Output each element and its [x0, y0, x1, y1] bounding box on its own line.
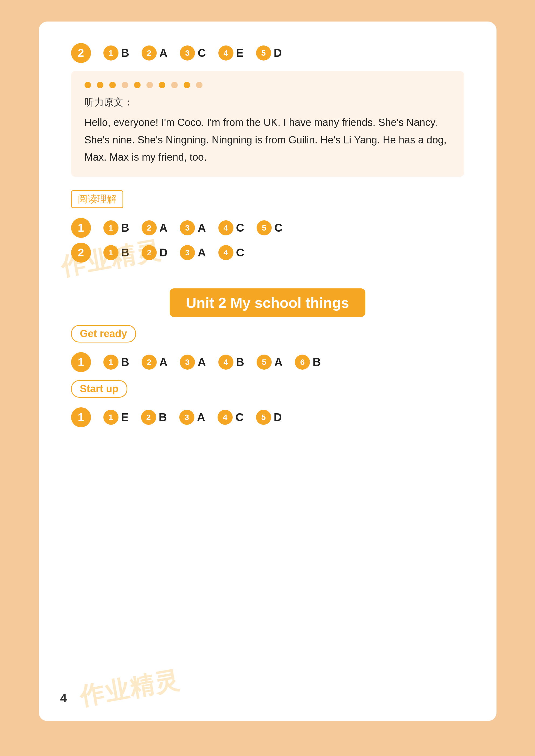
- page-card: 作业精灵 2 1 B 2 A 3 C 4 E 5 D: [39, 21, 496, 721]
- watermark-bottom: 作业精灵: [77, 663, 182, 713]
- dot-5: [134, 82, 141, 88]
- listening-box: 听力原文： Hello, everyone! I'm Coco. I'm fro…: [71, 71, 464, 177]
- section2-outer: 2: [71, 43, 91, 63]
- reading-section: 阅读理解 1 1 B 2 A 3 A 4 C 5: [71, 190, 464, 262]
- gr1-sub3-letter: A: [198, 356, 206, 368]
- rg1-sub1-letter: B: [121, 221, 129, 234]
- get-ready-section: Get ready 1 1 B 2 A 3 A 4 B 5: [71, 325, 464, 372]
- s2-item-3: 3 C: [180, 45, 206, 61]
- gr1-sub4-letter: B: [236, 356, 244, 368]
- rg1-item-4: 4 C: [218, 220, 244, 235]
- listening-text: Hello, everyone! I'm Coco. I'm from the …: [85, 114, 451, 166]
- reading-label: 阅读理解: [71, 190, 123, 208]
- gr1-item-6: 6 B: [295, 355, 321, 370]
- rg1-sub3-badge: 3: [180, 220, 195, 235]
- rg2-item-2: 2 D: [142, 245, 167, 260]
- s2-item-4: 4 E: [218, 45, 244, 61]
- s2-sub2-letter: A: [159, 46, 167, 60]
- rg1-sub2-letter: A: [159, 221, 167, 234]
- unit-banner: Unit 2 My school things: [170, 288, 365, 317]
- rg1-item-5: 5 C: [257, 220, 282, 235]
- su1-sub4-badge: 4: [217, 410, 233, 425]
- dot-10: [196, 82, 203, 88]
- rg1-item-3: 3 A: [180, 220, 206, 235]
- su1-item-2: 2 B: [141, 410, 167, 425]
- s2-sub4-badge: 4: [218, 45, 234, 61]
- s2-item-1: 1 B: [103, 45, 129, 61]
- gr-g1-outer: 1: [71, 352, 91, 372]
- s2-sub1-badge: 1: [103, 45, 119, 61]
- su1-item-1: 1 E: [103, 410, 129, 425]
- dot-1: [85, 82, 91, 88]
- su1-sub4-letter: C: [235, 411, 243, 424]
- reading-g1-badge: 1: [71, 218, 91, 238]
- getready-group1-row: 1 1 B 2 A 3 A 4 B 5 A 6: [71, 352, 464, 372]
- reading-group1-row: 1 1 B 2 A 3 A 4 C 5 C: [71, 218, 464, 238]
- gr1-sub6-letter: B: [313, 356, 321, 368]
- rg1-sub4-badge: 4: [218, 220, 234, 235]
- rg2-sub4-badge: 4: [218, 245, 234, 260]
- rg1-item-1: 1 B: [103, 220, 129, 235]
- rg2-sub1-badge: 1: [103, 245, 119, 260]
- unit-banner-wrapper: Unit 2 My school things: [71, 272, 464, 317]
- dot-2: [97, 82, 103, 88]
- gr1-item-1: 1 B: [103, 355, 129, 370]
- gr1-sub2-letter: A: [159, 356, 167, 368]
- start-up-label: Start up: [71, 380, 127, 398]
- gr1-item-3: 3 A: [180, 355, 206, 370]
- su1-sub3-letter: A: [197, 411, 205, 424]
- rg2-item-4: 4 C: [218, 245, 244, 260]
- dot-8: [171, 82, 178, 88]
- startup-group1-row: 1 1 E 2 B 3 A 4 C 5 D: [71, 407, 464, 427]
- dots-row: [85, 82, 451, 88]
- rg2-sub2-letter: D: [159, 246, 167, 259]
- dot-4: [122, 82, 128, 88]
- rg2-sub3-badge: 3: [180, 245, 195, 260]
- page-number: 4: [60, 691, 67, 705]
- s2-sub1-letter: B: [121, 46, 129, 60]
- su1-sub2-letter: B: [159, 411, 167, 424]
- su-g1-outer: 1: [71, 407, 91, 427]
- rg2-item-3: 3 A: [180, 245, 206, 260]
- rg1-sub4-letter: C: [236, 221, 244, 234]
- get-ready-label: Get ready: [71, 325, 136, 342]
- rg1-sub5-letter: C: [274, 221, 282, 234]
- s2-sub5-badge: 5: [256, 45, 271, 61]
- su1-sub3-badge: 3: [179, 410, 194, 425]
- rg1-sub2-badge: 2: [142, 220, 157, 235]
- reading-g2-badge: 2: [71, 243, 91, 262]
- reading-g1-outer: 1: [71, 218, 91, 238]
- section2-badge: 2: [71, 43, 91, 63]
- rg1-sub5-badge: 5: [257, 220, 272, 235]
- gr1-item-2: 2 A: [142, 355, 167, 370]
- gr1-item-5: 5 A: [257, 355, 282, 370]
- gr1-sub1-badge: 1: [103, 355, 119, 370]
- start-up-section: Start up 1 1 E 2 B 3 A 4 C 5: [71, 380, 464, 427]
- s2-item-5: 5 D: [256, 45, 282, 61]
- rg1-sub3-letter: A: [198, 221, 206, 234]
- rg2-sub3-letter: A: [198, 246, 206, 259]
- reading-group2-row: 2 1 B 2 D 3 A 4 C: [71, 243, 464, 262]
- dot-9: [183, 82, 190, 88]
- rg2-item-1: 1 B: [103, 245, 129, 260]
- rg2-sub2-badge: 2: [142, 245, 157, 260]
- s2-sub5-letter: D: [274, 46, 282, 60]
- gr1-sub6-badge: 6: [295, 355, 310, 370]
- reading-g2-outer: 2: [71, 243, 91, 262]
- gr1-sub1-letter: B: [121, 356, 129, 368]
- dot-3: [109, 82, 116, 88]
- gr1-sub5-badge: 5: [257, 355, 272, 370]
- s2-sub3-badge: 3: [180, 45, 195, 61]
- unit-banner-text: Unit 2 My school things: [186, 294, 349, 311]
- su1-sub5-badge: 5: [256, 410, 271, 425]
- rg1-sub1-badge: 1: [103, 220, 119, 235]
- s2-sub2-badge: 2: [142, 45, 157, 61]
- dot-6: [147, 82, 153, 88]
- s2-sub3-letter: C: [198, 46, 206, 60]
- rg2-sub1-letter: B: [121, 246, 129, 259]
- su-g1-badge: 1: [71, 407, 91, 427]
- gr-g1-badge: 1: [71, 352, 91, 372]
- su1-sub1-badge: 1: [103, 410, 119, 425]
- su1-item-3: 3 A: [179, 410, 205, 425]
- gr1-sub3-badge: 3: [180, 355, 195, 370]
